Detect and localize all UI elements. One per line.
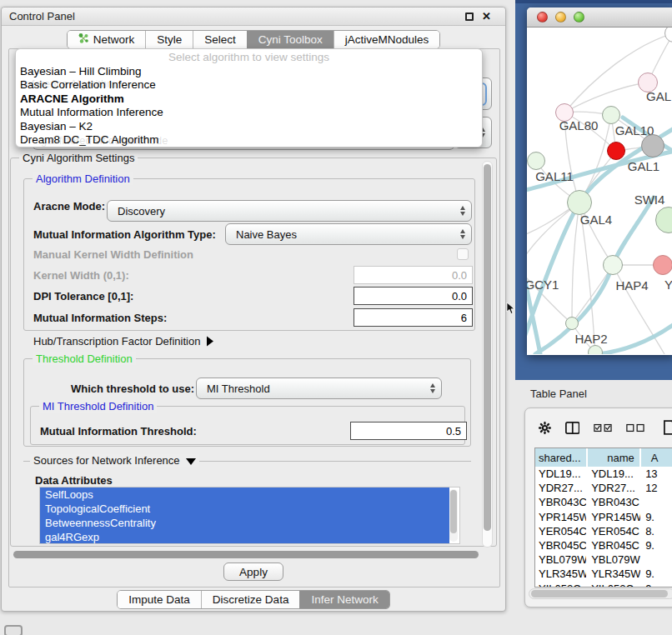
zoom-traffic-light-icon[interactable]: [574, 12, 584, 22]
top-tab-group: NetworkStyleSelectCyni ToolboxjActiveMNo…: [67, 30, 441, 49]
data-attributes-list[interactable]: SelfLoopsTopologicalCoefficientBetweenne…: [39, 487, 460, 544]
scrollbar-thumb[interactable]: [13, 551, 479, 558]
expand-right-icon: [207, 337, 213, 347]
page-icon[interactable]: [664, 419, 672, 436]
mi-algorithm-type-combo[interactable]: Naive Bayes: [225, 223, 472, 245]
network-node-gal1[interactable]: [607, 142, 625, 160]
algorithm-option-dream8-dc-tdc-algorithm[interactable]: Dream8 DC_TDC Algorithm: [16, 133, 482, 147]
column-layout-icon[interactable]: [565, 421, 580, 435]
table-cell: YER054C: [535, 524, 586, 538]
which-threshold-combo[interactable]: MI Threshold: [196, 378, 442, 399]
attribute-item-betweennesscentrality[interactable]: BetweennessCentrality: [40, 516, 449, 530]
table-row[interactable]: YBR045CYBR045C9.: [535, 538, 672, 552]
aracne-mode-combo[interactable]: Discovery: [107, 200, 472, 222]
sources-toggle[interactable]: Sources for Network Inference: [30, 454, 199, 467]
table-cell: YER054C: [588, 524, 640, 538]
mi-algorithm-type-label: Mutual Information Algorithm Type:: [33, 228, 216, 241]
network-node[interactable]: [664, 28, 672, 42]
tab-cyni-toolbox[interactable]: Cyni Toolbox: [247, 31, 333, 48]
tab-style[interactable]: Style: [145, 31, 193, 48]
attribute-item-gal4rgexp[interactable]: gal4RGexp: [40, 530, 449, 544]
network-canvas[interactable]: GALGAL80GAL10GAL1GAL11GAL4SWI4GCY1HAP4YH…: [527, 28, 672, 354]
manual-kernel-width-checkbox[interactable]: [457, 248, 469, 260]
network-node[interactable]: [641, 134, 664, 158]
node-label-gal80: GAL80: [559, 118, 599, 132]
combo-stepper-icon: [430, 383, 435, 393]
close-traffic-light-icon[interactable]: [537, 12, 548, 22]
tab-jactivemnodules[interactable]: jActiveMNodules: [333, 31, 440, 48]
network-node-y[interactable]: [653, 255, 672, 275]
network-node-hap2[interactable]: [565, 317, 579, 330]
network-window-titlebar[interactable]: [527, 8, 672, 28]
network-node-hap4[interactable]: [603, 255, 623, 275]
bottom-tab-impute-data[interactable]: Impute Data: [118, 591, 201, 608]
which-threshold-value: MI Threshold: [197, 382, 270, 395]
algorithm-option-aracne-algorithm[interactable]: ARACNE Algorithm: [16, 92, 482, 106]
settings-vertical-scrollbar[interactable]: [482, 161, 493, 548]
tab-select[interactable]: Select: [193, 31, 247, 48]
collapsed-panel-button[interactable]: [4, 625, 23, 635]
deselect-all-checkboxes-icon[interactable]: [626, 423, 644, 432]
sources-title: Sources for Network Inference: [33, 454, 180, 467]
network-node-gal10[interactable]: [602, 106, 620, 124]
select-all-checkboxes-icon[interactable]: [594, 423, 612, 432]
close-window-icon[interactable]: ✕: [482, 10, 491, 22]
table-row[interactable]: YER054CYER054C8.: [535, 524, 672, 538]
minimize-traffic-light-icon[interactable]: [555, 12, 566, 22]
float-window-icon[interactable]: [465, 12, 474, 21]
kernel-width-field[interactable]: 0.0: [354, 266, 473, 284]
control-panel-tabbar: NetworkStyleSelectCyni ToolboxjActiveMNo…: [2, 30, 505, 49]
table-cell: YDL19...: [588, 467, 640, 481]
mi-threshold-label: Mutual Information Threshold:: [40, 425, 197, 438]
table-row[interactable]: YIL052CYIL052C9.: [535, 582, 672, 588]
apply-button[interactable]: Apply: [223, 562, 283, 581]
column-header-a[interactable]: A: [641, 448, 672, 467]
mi-threshold-field[interactable]: 0.5: [350, 422, 467, 440]
aracne-mode-label: Aracne Mode:: [33, 200, 105, 212]
bottom-tab-group: Impute DataDiscretize DataInfer Network: [117, 590, 389, 609]
node-label-gcy1: GCY1: [527, 278, 559, 292]
table-cell: YLR345W: [588, 567, 640, 581]
table-panel-titlebar[interactable]: Table Panel: [515, 380, 672, 407]
attribute-item-selfloops[interactable]: SelfLoops: [40, 488, 449, 502]
settings-horizontal-scrollbar[interactable]: [10, 549, 494, 560]
scrollbar-thumb[interactable]: [484, 164, 491, 531]
table-cell: YBL079W: [535, 552, 586, 567]
table-horizontal-scrollbar[interactable]: [529, 588, 672, 599]
tab-label: Style: [157, 33, 182, 46]
table-row[interactable]: YDR27...YDR27...12: [535, 481, 672, 495]
bottom-tab-infer-network[interactable]: Infer Network: [299, 591, 389, 608]
hub-definition-toggle[interactable]: Hub/Transcription Factor Definition: [33, 335, 213, 348]
column-header-shared[interactable]: shared...: [535, 448, 586, 467]
network-node-gal11[interactable]: [527, 152, 545, 170]
scrollbar-thumb[interactable]: [531, 590, 668, 598]
dpi-tolerance-field[interactable]: 0.0: [354, 287, 473, 305]
network-node-swi4[interactable]: [655, 207, 672, 233]
attribute-item-topologicalcoefficient[interactable]: TopologicalCoefficient: [40, 502, 449, 516]
control-panel-titlebar[interactable]: Control Panel ✕: [2, 8, 505, 26]
tab-network[interactable]: Network: [68, 31, 146, 48]
table-row[interactable]: YDL19...YDL19...13: [535, 467, 672, 481]
network-node-gal4[interactable]: [567, 190, 592, 215]
table-row[interactable]: YBL079WYBL079W: [535, 552, 672, 567]
table-row[interactable]: YLR345WYLR345W9.: [535, 567, 672, 581]
settings-gear-icon[interactable]: [539, 421, 551, 435]
column-header-name[interactable]: name: [588, 448, 639, 467]
table-row[interactable]: YPR145WYPR145W9.: [535, 510, 672, 524]
mi-algorithm-type-value: Naive Bayes: [226, 228, 297, 241]
algorithm-option-bayesian-k2[interactable]: Bayesian – K2: [16, 120, 482, 133]
list-vertical-scrollbar[interactable]: [449, 489, 458, 542]
algorithm-option-bayesian-hill-climbing[interactable]: Bayesian – Hill Climbing: [16, 65, 482, 78]
bottom-tab-label: Infer Network: [311, 593, 378, 606]
table-cell: YBR043C: [535, 495, 586, 509]
network-node[interactable]: [588, 345, 603, 354]
scrollbar-thumb[interactable]: [450, 490, 457, 533]
combo-stepper-icon: [460, 206, 465, 216]
algorithm-option-basic-correlation-inference[interactable]: Basic Correlation Inference: [16, 78, 482, 92]
data-attributes-label: Data Attributes: [35, 474, 113, 487]
table-row[interactable]: YBR043CYBR043C: [535, 495, 672, 509]
algorithm-option-mutual-information-inference[interactable]: Mutual Information Inference: [16, 106, 482, 119]
bottom-tab-discretize-data[interactable]: Discretize Data: [201, 591, 300, 608]
node-label-gal: GAL: [646, 89, 671, 103]
mi-steps-field[interactable]: 6: [354, 308, 473, 327]
